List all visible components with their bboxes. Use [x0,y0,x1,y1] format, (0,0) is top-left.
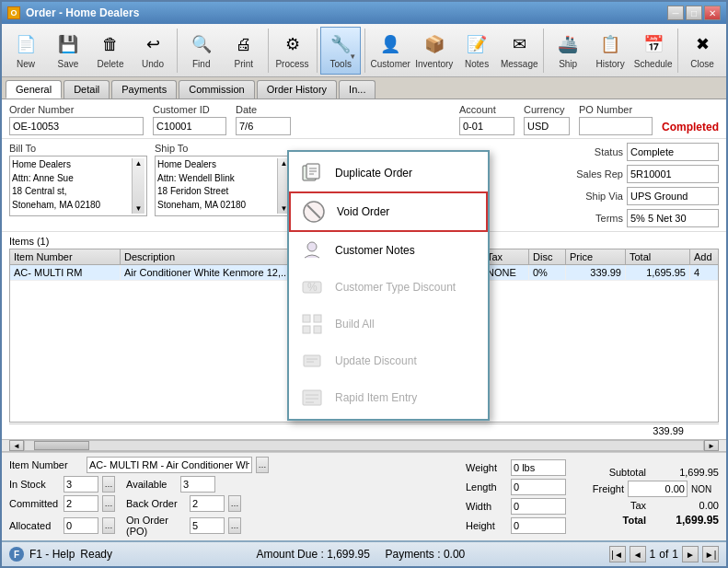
on-order-input[interactable] [190,517,225,534]
in-stock-input[interactable] [64,476,98,493]
content-area: Order Number Customer ID Date Account Cu… [2,99,726,566]
width-input[interactable] [511,498,566,515]
window-close-button[interactable]: ✕ [704,6,721,20]
item-number-browse-btn[interactable]: … [256,457,269,473]
tab-general[interactable]: General [6,80,62,99]
height-input[interactable] [511,517,566,534]
currency-input[interactable] [524,117,570,135]
delete-button[interactable]: 🗑 Delete [90,27,131,75]
nav-first-button[interactable]: |◄ [609,546,626,562]
page-number: 1 [650,548,656,561]
freight-input[interactable] [628,481,688,497]
help-button[interactable]: F [9,547,24,562]
scroll-right-button[interactable]: ► [704,440,719,451]
menu-item-void-order[interactable]: Void Order [289,191,488,232]
nav-last-button[interactable]: ►| [702,546,719,562]
allocated-onorder-row: Allocated … On Order (PO) … [9,515,458,537]
minimize-button[interactable]: ─ [667,6,684,20]
scroll-left-button[interactable]: ◄ [9,440,24,451]
schedule-button[interactable]: 📅 Schedule [632,27,674,75]
payments-label: Payments : [386,548,441,561]
toolbar-separator-4 [364,29,365,73]
tab-payments[interactable]: Payments [111,80,177,99]
committed-backorder-row: Committed … Back Order … [9,495,458,512]
available-input[interactable] [180,476,215,493]
terms-input[interactable] [627,209,719,227]
close-button[interactable]: ✖ Close [682,27,722,75]
in-stock-label: In Stock [9,479,60,490]
col-add: Add [690,249,718,264]
tab-commission[interactable]: Commission [179,80,255,99]
po-number-input[interactable] [579,117,653,135]
weight-input[interactable] [511,459,566,476]
menu-item-duplicate-order[interactable]: Duplicate Order [289,155,488,191]
account-input[interactable] [459,117,514,135]
find-button[interactable]: 🔍 Find [181,27,222,75]
menu-item-duplicate-order-label: Duplicate Order [335,167,412,180]
horizontal-scrollbar[interactable]: ◄ ► [2,439,726,452]
allocated-input[interactable] [64,517,98,534]
ship-button[interactable]: 🚢 Ship [548,27,588,75]
undo-button[interactable]: ↩ Undo [133,27,173,75]
maximize-button[interactable]: □ [686,6,702,20]
inventory-label: Inventory [415,59,453,69]
process-button[interactable]: ⚙ Process [272,27,313,75]
scroll-thumb[interactable] [34,441,89,450]
print-button[interactable]: 🖨 Print [224,27,264,75]
tools-button[interactable]: 🔧 Tools ▼ [320,27,361,75]
delete-label: Delete [98,59,124,69]
window-title: Order - Home Dealers [26,6,139,19]
sales-rep-input[interactable] [627,165,719,183]
weight-label: Weight [466,462,507,473]
tab-detail[interactable]: Detail [64,80,110,99]
committed-input[interactable] [64,495,98,512]
allocated-btn[interactable]: … [102,517,115,534]
history-button[interactable]: 📋 History [590,27,630,75]
print-icon: 🖨 [231,31,257,57]
on-order-btn[interactable]: … [228,517,241,534]
customer-button[interactable]: 👤 Customer [369,27,411,75]
sales-rep-label: Sales Rep [568,168,623,180]
notes-button[interactable]: 📝 Notes [456,27,497,75]
bill-address-text: Home Dealers Attn: Anne Sue 18 Central s… [12,158,130,214]
tax-row: Tax 0.00 [573,500,719,511]
tab-in[interactable]: In... [339,80,376,99]
nav-prev-button[interactable]: ◄ [630,546,646,562]
duplicate-order-icon [298,159,326,187]
status-bar-right: |◄ ◄ 1 of 1 ► ►| [609,546,719,562]
length-input[interactable] [511,479,566,495]
app-icon: O [7,6,20,19]
right-form-fields: Status Sales Rep Ship Via Terms [568,143,719,227]
committed-btn[interactable]: … [102,495,115,512]
subtotal-value: 1,699.95 [650,467,719,478]
schedule-icon: 📅 [641,31,666,57]
available-group: Available [126,476,215,493]
in-stock-btn[interactable]: … [102,476,115,493]
inventory-button[interactable]: 📦 Inventory [413,27,455,75]
message-button[interactable]: ✉ Message [499,27,539,75]
status-badge: Completed [662,121,719,133]
bill-address-scrollbar[interactable]: ▲ ▼ [132,158,144,214]
ship-via-input[interactable] [627,187,719,205]
menu-item-customer-type-discount: % Customer Type Discount [289,269,488,306]
customer-id-input[interactable] [153,117,226,135]
order-number-input[interactable] [9,117,144,135]
nav-next-button[interactable]: ► [682,546,699,562]
save-button[interactable]: 💾 Save [48,27,88,75]
process-icon: ⚙ [280,31,306,57]
date-input[interactable] [236,117,291,135]
back-order-group: Back Order … [126,495,241,512]
svg-point-7 [307,242,317,251]
item-number-input[interactable] [87,457,252,473]
total-row: Total 1,699.95 [573,514,719,527]
menu-item-customer-notes[interactable]: Customer Notes [289,232,488,269]
rapid-item-entry-icon [298,384,326,412]
status-field-input[interactable] [627,143,719,161]
back-order-input[interactable] [190,495,225,512]
tools-dropdown-arrow: ▼ [349,52,356,61]
build-all-icon [298,310,326,338]
new-button[interactable]: 📄 New [6,27,46,75]
back-order-btn[interactable]: … [228,495,241,512]
tab-order-history[interactable]: Order History [257,80,337,99]
order-number-group: Order Number [9,104,144,135]
